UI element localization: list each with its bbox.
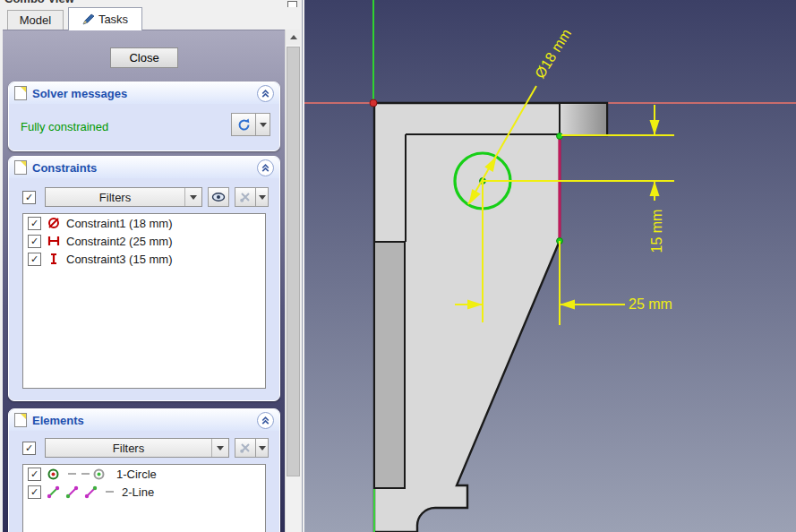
line-element-icon	[84, 485, 98, 499]
settings-dropdown-button[interactable]	[256, 438, 269, 458]
solid-side-face[interactable]	[374, 242, 405, 488]
solver-messages-title: Solver messages	[32, 87, 127, 100]
solver-messages-header[interactable]: Solver messages	[9, 82, 279, 104]
eye-icon	[211, 192, 226, 202]
element-label: 2-Line	[122, 485, 154, 499]
element-row[interactable]: ✓	[23, 483, 265, 501]
constraint-checkbox[interactable]: ✓	[28, 253, 41, 266]
double-chevron-up-icon	[260, 415, 271, 426]
panel-title: Combo View	[4, 0, 74, 5]
element-label: 1-Circle	[116, 468, 157, 481]
circle-element-icon	[47, 468, 60, 481]
tab-tasks[interactable]: Tasks	[68, 7, 142, 30]
task-note-icon	[14, 160, 27, 175]
settings-split-button	[235, 438, 269, 458]
dropdown-arrow-icon	[260, 123, 267, 127]
settings-split-button	[235, 187, 269, 207]
task-note-icon	[14, 413, 27, 427]
horizontal-distance-constraint-icon	[47, 234, 61, 248]
settings-dropdown-button[interactable]	[256, 187, 269, 207]
elements-header[interactable]: Elements	[9, 409, 279, 431]
wrench-icon	[239, 191, 252, 203]
constraint-label: Constraint1 (18 mm)	[66, 217, 172, 230]
wrench-icon	[239, 442, 252, 454]
dropdown-arrow-icon	[259, 446, 266, 450]
constraints-title: Constraints	[32, 161, 97, 175]
element-checkbox[interactable]: ✓	[28, 468, 41, 481]
collapse-button[interactable]	[257, 85, 274, 102]
constraint-label: Constraint3 (15 mm)	[66, 253, 172, 266]
constraints-box: Constraints ✓ Filters	[8, 156, 280, 401]
elements-list[interactable]: ✓	[22, 464, 266, 532]
elements-filter-combo[interactable]: Filters	[45, 438, 229, 458]
element-checkbox[interactable]: ✓	[28, 485, 41, 499]
constraint-settings-button[interactable]	[235, 187, 256, 207]
double-chevron-up-icon	[260, 162, 271, 174]
constraints-master-checkbox[interactable]: ✓	[22, 191, 36, 204]
constraint-checkbox[interactable]: ✓	[28, 235, 41, 248]
refresh-icon	[236, 117, 252, 133]
elements-box: Elements ✓ Filters	[8, 408, 280, 532]
panel-tabbar: Model Tasks	[0, 7, 304, 30]
line-element-icon	[65, 485, 79, 499]
constraint-label: Constraint2 (25 mm)	[66, 235, 172, 248]
vertical-distance-constraint-icon	[47, 252, 61, 266]
element-row[interactable]: ✓	[23, 465, 265, 483]
float-panel-icon[interactable]	[287, 1, 297, 7]
sketch-scene	[304, 0, 796, 532]
constraint-row[interactable]: ✓ Constraint1 (18 mm)	[23, 214, 265, 232]
collapse-button[interactable]	[257, 159, 274, 176]
diameter-constraint-icon	[47, 216, 61, 230]
constraint-row[interactable]: ✓ Constraint2 (25 mm)	[23, 232, 265, 250]
dropdown-arrow-icon	[190, 195, 197, 200]
constraints-list[interactable]: ✓ Constraint1 (18 mm) ✓	[22, 213, 266, 389]
refresh-dropdown-button[interactable]	[256, 113, 270, 136]
constraint-row[interactable]: ✓ Constraint3 (15 mm)	[23, 250, 265, 268]
elements-master-checkbox[interactable]: ✓	[22, 442, 36, 455]
freecad-window: Combo View Model Tasks Close Solver mess…	[0, 0, 796, 532]
line-element-icon	[47, 485, 60, 499]
task-dialog-area: Close Solver messages Fully constrained	[3, 30, 301, 532]
panel-titlebar[interactable]: Combo View	[0, 0, 304, 7]
vertical-dimension-label[interactable]: 15 mm	[649, 205, 665, 257]
constraints-header[interactable]: Constraints	[9, 157, 279, 178]
collapse-button[interactable]	[257, 412, 274, 429]
horizontal-dimension-label[interactable]: 25 mm	[629, 296, 693, 313]
elements-title: Elements	[32, 414, 84, 427]
pencil-icon	[82, 13, 95, 25]
close-button[interactable]: Close	[110, 47, 178, 68]
constraint-checkbox[interactable]: ✓	[28, 217, 41, 230]
origin-point[interactable]	[370, 99, 377, 107]
panel-scrollbar[interactable]	[285, 30, 301, 532]
tab-model[interactable]: Model	[7, 10, 64, 30]
dropdown-arrow-icon	[259, 195, 266, 200]
3d-viewport[interactable]: Ø18 mm 15 mm 25 mm	[304, 0, 796, 532]
double-chevron-up-icon	[260, 88, 271, 99]
task-note-icon	[14, 86, 27, 100]
show-hide-internal-geometry-button[interactable]	[208, 187, 229, 207]
constraints-filter-combo[interactable]: Filters	[45, 187, 202, 207]
scrollbar-up-button[interactable]	[286, 30, 301, 45]
element-settings-button[interactable]	[235, 438, 256, 458]
dropdown-arrow-icon	[217, 446, 224, 450]
solid-top-face[interactable]	[561, 104, 606, 134]
elements-controls: ✓ Filters	[22, 438, 269, 458]
scrollbar-thumb[interactable]	[287, 47, 300, 476]
up-arrow-icon	[290, 35, 297, 39]
refresh-button[interactable]	[231, 113, 256, 136]
solver-messages-box: Solver messages Fully constrained	[8, 82, 280, 151]
combo-view-panel: Combo View Model Tasks Close Solver mess…	[0, 0, 304, 532]
circle-construction-icon	[92, 468, 106, 481]
solver-status-text: Fully constrained	[21, 120, 108, 133]
constraints-controls: ✓ Filters	[22, 187, 269, 207]
manual-update-split-button	[231, 113, 270, 136]
